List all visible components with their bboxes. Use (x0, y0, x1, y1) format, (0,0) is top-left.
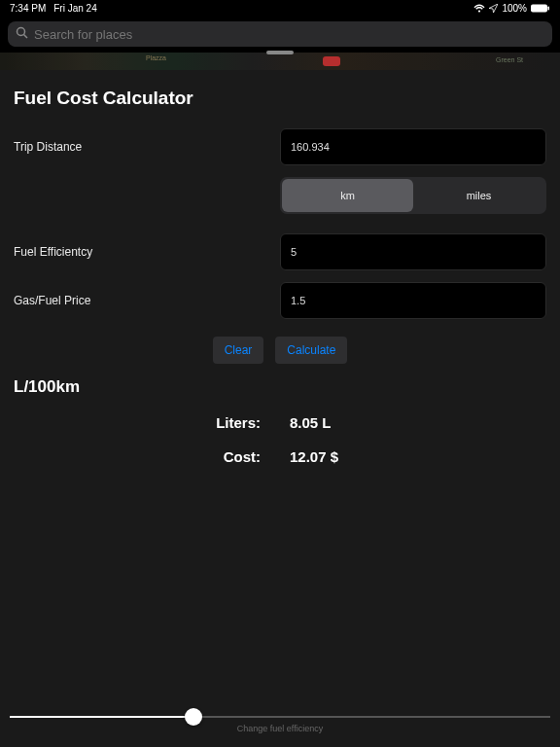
slider-thumb[interactable] (185, 708, 202, 726)
map-label: Green St (496, 56, 523, 63)
svg-line-3 (24, 35, 28, 39)
search-container (0, 16, 560, 53)
fuel-efficiency-label: Fuel Efficientcy (14, 245, 280, 259)
svg-point-2 (18, 28, 25, 36)
drag-handle-icon[interactable] (266, 51, 294, 54)
efficiency-slider[interactable]: Change fuel efficiency (10, 716, 550, 733)
unit-miles-segment[interactable]: miles (413, 179, 544, 212)
liters-value: 8.05 L (290, 414, 358, 431)
search-bar[interactable] (8, 21, 552, 47)
slider-caption: Change fuel efficiency (10, 724, 550, 733)
svg-rect-0 (531, 4, 547, 12)
map-preview[interactable]: Plazza Green St (0, 53, 560, 70)
battery-icon (531, 4, 550, 13)
wifi-icon (473, 4, 485, 13)
trip-distance-label: Trip Distance (14, 140, 280, 154)
slider-fill (10, 716, 193, 718)
fuel-efficiency-row: Fuel Efficientcy (14, 233, 546, 270)
search-icon (16, 25, 28, 43)
trip-distance-row: Trip Distance (14, 128, 546, 165)
search-input[interactable] (34, 27, 544, 42)
status-date: Fri Jan 24 (53, 3, 96, 14)
fuel-price-row: Gas/Fuel Price (14, 282, 546, 319)
result-liters: Liters: 8.05 L (14, 414, 546, 431)
fuel-efficiency-input[interactable] (280, 233, 546, 270)
unit-segmented-control[interactable]: km miles (280, 177, 546, 214)
unit-km-segment[interactable]: km (282, 179, 413, 212)
battery-percent: 100% (502, 3, 527, 14)
result-cost: Cost: 12.07 $ (14, 448, 546, 465)
map-pin-icon (323, 56, 340, 66)
trip-distance-input[interactable] (280, 128, 546, 165)
liters-label: Liters: (202, 414, 261, 431)
fuel-price-input[interactable] (280, 282, 546, 319)
location-icon (489, 4, 498, 13)
status-bar: 7:34 PM Fri Jan 24 100% (0, 0, 560, 16)
status-time: 7:34 PM (10, 3, 46, 14)
clear-button[interactable]: Clear (213, 337, 264, 364)
fuel-price-label: Gas/Fuel Price (14, 294, 280, 307)
cost-value: 12.07 $ (290, 448, 358, 465)
svg-rect-1 (548, 6, 550, 10)
map-label: Plazza (146, 54, 166, 61)
page-title: Fuel Cost Calculator (14, 88, 546, 109)
calculate-button[interactable]: Calculate (275, 337, 347, 364)
slider-track[interactable] (10, 716, 550, 718)
efficiency-mode: L/100km (14, 377, 546, 397)
cost-label: Cost: (202, 448, 261, 465)
